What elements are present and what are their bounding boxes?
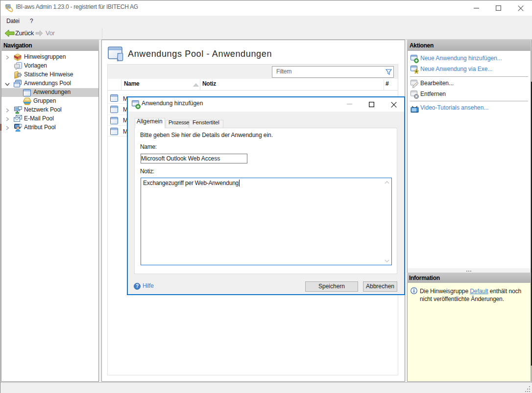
svg-text:?: ? [136, 283, 139, 289]
